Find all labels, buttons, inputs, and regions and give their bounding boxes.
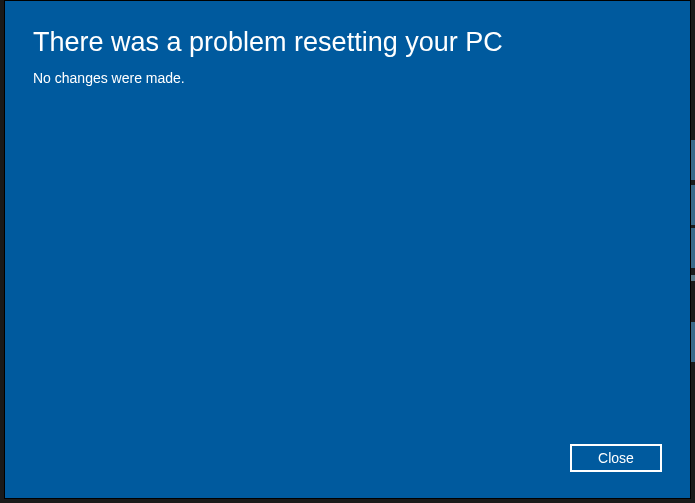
dialog-title: There was a problem resetting your PC xyxy=(33,25,662,60)
spacer xyxy=(33,86,662,444)
button-row: Close xyxy=(33,444,662,478)
edge-artifact xyxy=(691,140,695,180)
error-dialog: There was a problem resetting your PC No… xyxy=(4,0,691,499)
close-button[interactable]: Close xyxy=(570,444,662,472)
edge-artifact xyxy=(691,185,695,225)
dialog-content: There was a problem resetting your PC No… xyxy=(5,1,690,498)
dialog-message: No changes were made. xyxy=(33,70,662,86)
edge-artifact xyxy=(691,275,695,281)
edge-artifact xyxy=(691,228,695,268)
edge-artifact xyxy=(691,322,695,362)
